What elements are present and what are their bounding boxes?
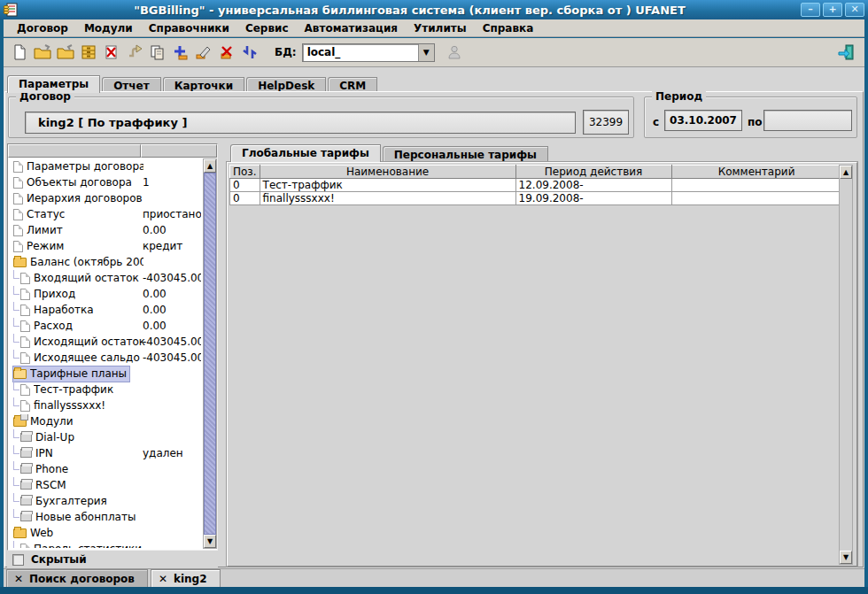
menu-item-6[interactable]: Справка	[477, 20, 540, 36]
tree-row[interactable]: Иерархия договоров	[8, 190, 202, 206]
tab-параметры[interactable]: Параметры	[7, 75, 100, 93]
tree-row[interactable]: Статусприостано...	[8, 206, 202, 222]
column-header-0[interactable]: Поз.	[230, 166, 260, 179]
menu-item-0[interactable]: Договор	[11, 20, 74, 36]
menu-item-4[interactable]: Автоматизация	[298, 20, 404, 36]
tree-row[interactable]: Режимкредит	[8, 238, 202, 254]
tree-row[interactable]: Объекты договора1	[8, 174, 202, 190]
maximize-button[interactable]: +	[823, 3, 842, 17]
import-folder-icon[interactable]	[55, 42, 76, 63]
menu-item-1[interactable]: Модули	[78, 20, 139, 36]
tariff-table: Поз.НаименованиеПериод действияКомментар…	[229, 165, 842, 205]
tree-scrollbar-thumb[interactable]	[204, 173, 216, 535]
tree-row[interactable]: Исходящий остаток-403045.00	[8, 334, 202, 350]
tree-scrollbar[interactable]: ▲ ▼	[203, 158, 217, 549]
table-scrollbar-track[interactable]	[840, 179, 852, 551]
menu-item-5[interactable]: Утилиты	[407, 20, 473, 36]
delete-document-icon[interactable]	[101, 42, 122, 63]
tree-connector-line	[8, 477, 20, 493]
tree-row[interactable]: finallysssxxx!	[8, 397, 202, 413]
period-from-field[interactable]: 03.10.2007	[664, 110, 742, 131]
table-cell: 19.09.2008-	[515, 192, 671, 205]
tariff-tab-1[interactable]: Персональные тарифы	[383, 146, 548, 162]
minimize-button[interactable]: –	[801, 3, 820, 17]
bottom-tab-поиск-договоров[interactable]: ✕Поиск договоров	[6, 569, 148, 587]
page-icon	[20, 289, 30, 300]
period-to-label: по	[748, 116, 763, 128]
column-header-2[interactable]: Период действия	[515, 166, 671, 179]
tree-row[interactable]: Баланс (октябрь 2008)	[8, 254, 202, 270]
tree-item-label: Web	[30, 527, 53, 539]
tree-item-label: Объекты договора	[27, 176, 132, 189]
tree-item-value: 0.00	[143, 288, 201, 300]
tree-row[interactable]: Лимит0.00	[8, 222, 202, 238]
tree-connector-line	[8, 397, 20, 413]
tree-connector-line	[8, 302, 20, 318]
contract-name-field[interactable]: king2 [ По траффику ]	[25, 112, 576, 134]
menu-item-3[interactable]: Сервис	[239, 20, 295, 36]
column-header-1[interactable]: Наименование	[260, 166, 515, 179]
open-folder-icon[interactable]	[32, 42, 53, 63]
tree-row[interactable]: Web	[8, 525, 202, 541]
bottom-tab-label: king2	[174, 573, 207, 585]
chevron-down-icon[interactable]: ▼	[418, 44, 434, 61]
scroll-down-icon[interactable]: ▼	[840, 551, 852, 564]
tree-row[interactable]: Параметры договора	[8, 158, 202, 174]
scroll-up-icon[interactable]: ▲	[204, 159, 216, 173]
edit-item-icon[interactable]	[193, 42, 214, 63]
db-combobox[interactable]: local_ ▼	[302, 43, 435, 62]
tree-row[interactable]: Исходящее сальдо-403045.00	[8, 350, 202, 366]
table-scrollbar[interactable]: ▲ ▼	[839, 165, 853, 565]
scroll-up-icon[interactable]: ▲	[840, 166, 852, 179]
tree-connector-line	[8, 350, 20, 366]
bottom-tab-king2[interactable]: ✕king2	[151, 569, 221, 587]
tree-item-label: Иерархия договоров	[27, 192, 143, 204]
tree-item-label: Параметры договора	[27, 160, 143, 173]
table-row[interactable]: 0Тест-траффик12.09.2008-	[230, 179, 842, 192]
add-item-icon[interactable]	[170, 42, 191, 63]
column-header-3[interactable]: Комментарий	[671, 166, 841, 179]
box-icon	[20, 465, 32, 474]
tree-connector-line	[8, 541, 20, 548]
tree-row[interactable]: Тарифные планы	[8, 366, 202, 382]
box-icon	[20, 433, 32, 442]
tree-row[interactable]: Новые абонплаты	[8, 509, 202, 525]
period-groupbox: Период с 03.10.2007 по	[644, 96, 857, 138]
tree-row[interactable]: Модули	[8, 413, 202, 429]
tree-row-main: Объекты договора	[13, 175, 135, 190]
tree-row[interactable]: Входящий остаток-403045.00	[8, 270, 202, 286]
tree-row[interactable]: Phone	[8, 461, 202, 477]
tree-row[interactable]: RSCM	[8, 477, 202, 493]
refresh-icon[interactable]	[239, 42, 260, 63]
table-row[interactable]: 0finallysssxxx!19.09.2008-	[230, 192, 842, 205]
tree-item-label: Phone	[35, 463, 68, 475]
close-button[interactable]: ✕	[845, 3, 864, 17]
hidden-checkbox[interactable]	[12, 554, 24, 566]
menu-item-2[interactable]: Справочники	[143, 20, 236, 36]
tree-row[interactable]: Dial-Up	[8, 429, 202, 445]
tariff-tab-0[interactable]: Глобальные тарифы	[230, 144, 381, 162]
table-cell: finallysssxxx!	[260, 192, 515, 205]
user-icon[interactable]	[444, 42, 465, 63]
tree-row[interactable]: Расход0.00	[8, 318, 202, 334]
remove-item-icon[interactable]	[216, 42, 237, 63]
period-to-field[interactable]	[763, 110, 852, 131]
tree-item-value: 0.00	[143, 304, 201, 316]
scroll-down-icon[interactable]: ▼	[204, 535, 216, 548]
new-document-icon[interactable]	[9, 42, 30, 63]
drawers-icon[interactable]	[78, 42, 99, 63]
tree-row-main: Бухгалтерия	[20, 494, 110, 509]
tree-row[interactable]: Бухгалтерия	[8, 493, 202, 509]
tree-row[interactable]: Наработка0.00	[8, 302, 202, 318]
tree-row[interactable]: Пароль статистики	[8, 541, 202, 548]
tree-row[interactable]: IPNудален	[8, 445, 202, 461]
tree-connector-line	[8, 493, 20, 509]
copy-document-icon[interactable]	[147, 42, 168, 63]
tree-row[interactable]: Тест-траффик	[8, 382, 202, 397]
tree-row[interactable]: Приход0.00	[8, 286, 202, 302]
page-icon	[13, 225, 23, 236]
exit-icon[interactable]	[836, 42, 857, 63]
close-icon[interactable]: ✕	[159, 573, 167, 585]
close-icon[interactable]: ✕	[14, 573, 23, 585]
redo-arrow-icon[interactable]	[124, 42, 145, 63]
